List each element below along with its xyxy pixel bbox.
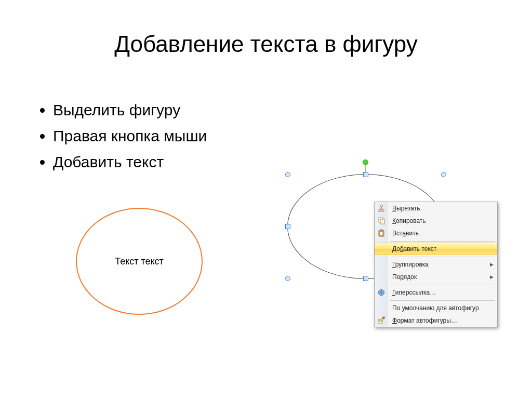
slide: Добавление текста в фигуру Выделить фигу… <box>0 0 532 399</box>
context-menu-item-label: Группировка <box>388 261 488 268</box>
context-menu-separator <box>375 299 497 302</box>
context-menu-separator <box>375 240 497 243</box>
context-menu-item[interactable]: Группировка▶ <box>375 258 497 271</box>
context-menu-item[interactable]: Добавить текст <box>375 243 497 255</box>
context-menu-item-label: Вырезать <box>388 205 488 212</box>
context-menu-item-label: Порядок <box>388 273 488 281</box>
context-menu-separator <box>375 283 497 286</box>
context-menu-item-label: Гиперссылка… <box>388 289 488 296</box>
bullet-item: Выделить фигуру <box>53 98 207 123</box>
context-menu-item-label: Добавить текст <box>388 245 488 252</box>
format-icon <box>375 314 388 327</box>
cut-icon <box>375 202 388 215</box>
bullet-item: Добавить текст <box>53 150 207 175</box>
context-menu-item-label: Формат автофигуры… <box>388 317 488 324</box>
context-menu-item[interactable]: Вставить <box>375 227 497 240</box>
orange-ellipse-text: Текст текст <box>115 256 164 267</box>
context-menu-separator <box>375 255 497 258</box>
selection-handle[interactable] <box>285 172 290 177</box>
context-menu-item[interactable]: По умолчанию для автофигур <box>375 302 497 314</box>
context-menu-item[interactable]: Гиперссылка… <box>375 286 497 299</box>
no-icon <box>375 271 388 283</box>
no-icon <box>375 258 388 271</box>
orange-ellipse-shape: Текст текст <box>76 208 203 315</box>
context-menu-item[interactable]: Копировать <box>375 215 497 227</box>
submenu-arrow-icon: ▶ <box>488 274 497 280</box>
svg-rect-3 <box>380 219 384 224</box>
selection-handle[interactable] <box>285 276 290 281</box>
selection-handle[interactable] <box>285 224 290 229</box>
svg-point-1 <box>382 209 384 211</box>
svg-rect-5 <box>380 231 383 235</box>
submenu-arrow-icon: ▶ <box>488 262 497 267</box>
svg-point-0 <box>379 209 381 211</box>
hyperlink-icon <box>375 286 388 299</box>
context-menu-item[interactable]: Порядок▶ <box>375 271 497 283</box>
context-menu-item-label: По умолчанию для автофигур <box>388 304 488 312</box>
selection-handle[interactable] <box>363 172 368 177</box>
context-menu-item[interactable]: Формат автофигуры… <box>375 314 497 327</box>
context-menu[interactable]: ВырезатьКопироватьВставитьДобавить текст… <box>374 202 498 327</box>
context-menu-item[interactable]: Вырезать <box>375 202 497 215</box>
selection-handle[interactable] <box>363 276 368 281</box>
bullet-item: Правая кнопка мыши <box>53 124 207 149</box>
no-icon <box>375 243 388 255</box>
copy-icon <box>375 215 388 227</box>
rotation-handle[interactable] <box>363 159 368 165</box>
context-menu-item-label: Копировать <box>388 217 488 224</box>
svg-rect-9 <box>383 317 384 318</box>
bullet-list: Выделить фигуру Правая кнопка мыши Добав… <box>32 98 207 176</box>
context-menu-item-label: Вставить <box>388 230 488 237</box>
svg-rect-6 <box>380 230 382 231</box>
no-icon <box>375 302 388 314</box>
paste-icon <box>375 227 388 240</box>
selection-handle[interactable] <box>441 172 446 177</box>
slide-title: Добавление текста в фигуру <box>0 31 532 57</box>
